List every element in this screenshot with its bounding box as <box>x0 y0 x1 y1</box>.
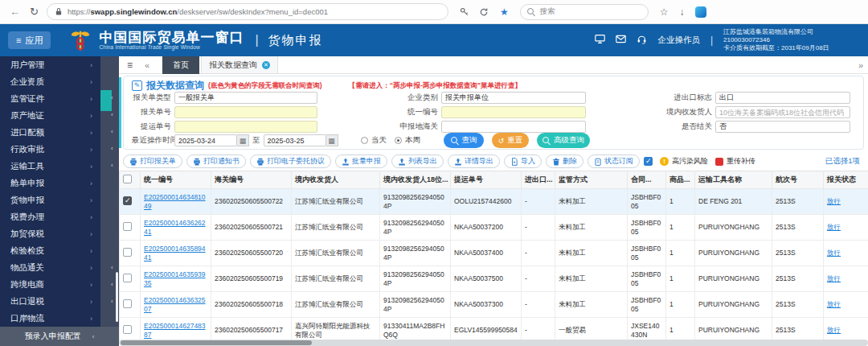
list-export-button[interactable]: 列表导出 <box>391 154 444 168</box>
collapse-chevron-icon[interactable]: ‹ <box>111 128 113 135</box>
status-link[interactable]: 放行 <box>827 223 841 231</box>
status-link[interactable]: 放行 <box>827 197 841 205</box>
status-link[interactable]: 放行 <box>827 300 841 308</box>
row-checkbox[interactable] <box>123 274 132 282</box>
row-checkbox[interactable] <box>123 222 132 231</box>
tab-home[interactable]: 首页 <box>162 56 199 74</box>
import-button[interactable]: 导入 <box>504 154 542 168</box>
download-icon[interactable]: ↓ <box>679 6 684 18</box>
unified-no-link[interactable]: E20250001462748387 <box>144 322 206 339</box>
unified-no-link[interactable]: E20250001463481049 <box>144 193 206 210</box>
collapse-chevron-icon[interactable]: ‹ <box>111 162 113 169</box>
radio-this-week[interactable] <box>395 137 402 144</box>
col-vessel[interactable]: 运输工具名称 <box>695 171 772 189</box>
scrollbar-thumb[interactable] <box>121 340 312 345</box>
browser-search-box[interactable]: 搜索 <box>520 4 649 20</box>
col-ie[interactable]: 进出口... <box>522 171 555 189</box>
row-checkbox[interactable] <box>123 325 132 334</box>
collections-refresh-icon[interactable] <box>479 7 489 17</box>
status-link[interactable]: 放行 <box>827 274 841 282</box>
collapse-chevron-icon[interactable]: ‹ <box>111 145 113 152</box>
reset-button[interactable]: ↺重置 <box>492 133 529 148</box>
sidebar-item-manifest[interactable]: 舱单申报› <box>0 175 100 192</box>
customs-input[interactable] <box>441 121 586 133</box>
sidebar-item-articles[interactable]: 物品通关› <box>0 259 100 276</box>
col-bl-no[interactable]: 提运单号 <box>451 171 522 189</box>
unified-no-input[interactable] <box>441 106 586 118</box>
decl-type-input[interactable] <box>174 92 317 104</box>
batch-declare-button[interactable]: 批量申报 <box>335 154 387 168</box>
tab-customs-data-query[interactable]: 报关数据查询 ✕ <box>201 56 278 74</box>
sidebar-item-crossborder[interactable]: 跨境电商› <box>0 276 100 293</box>
search-button[interactable]: 查询 <box>444 133 484 148</box>
bl-no-input[interactable] <box>174 121 317 133</box>
sidebar-item-approval[interactable]: 行政审批› <box>0 141 100 158</box>
mail-icon[interactable] <box>616 33 626 47</box>
headset-icon[interactable] <box>637 33 647 47</box>
legend-checkbox[interactable] <box>644 157 653 166</box>
print-agreement-button[interactable]: 打印电子委托协议 <box>250 154 331 168</box>
row-checkbox[interactable] <box>123 299 132 308</box>
calendar-icon[interactable]: ▦ <box>237 134 249 146</box>
unified-no-link[interactable]: E20250001463589441 <box>144 245 206 262</box>
enterprise-type-input[interactable] <box>441 92 586 104</box>
tab-menu-icon[interactable]: ≡ <box>127 60 133 71</box>
col-customs-no[interactable]: 海关编号 <box>211 171 292 189</box>
col-commodity[interactable]: 商品... <box>666 171 695 189</box>
tabs-scroll-right-icon[interactable]: » <box>858 60 863 70</box>
col-consignee-18[interactable]: 境内收发货人18位... <box>380 171 451 189</box>
browser-profile-icon[interactable] <box>695 6 706 18</box>
tabs-scroll-left-icon[interactable]: « <box>145 60 149 70</box>
status-link[interactable]: 放行 <box>827 249 841 257</box>
collapse-chevron-icon[interactable]: ‹ <box>111 94 113 101</box>
row-checkbox[interactable] <box>123 196 132 205</box>
unified-no-link[interactable]: E20250001463626241 <box>144 219 206 236</box>
col-voyage[interactable]: 航次号 <box>772 171 824 189</box>
print-notice-button[interactable]: 打印通知书 <box>186 154 246 168</box>
col-unified-no[interactable]: 统一编号 <box>141 171 211 189</box>
tab-close-icon[interactable]: ✕ <box>262 61 270 69</box>
consignee-input[interactable] <box>715 106 850 118</box>
calendar-icon[interactable]: ▦ <box>326 134 338 146</box>
sidebar-item-origin[interactable]: 原产地证› <box>0 107 100 124</box>
col-supervision[interactable]: 监管方式 <box>555 171 628 189</box>
col-status[interactable]: 报关状态 <box>824 171 868 189</box>
sidebar-item-users[interactable]: 用户管理› <box>0 56 100 73</box>
monitor-icon[interactable] <box>595 33 605 47</box>
collapse-chevron-icon[interactable]: ‹ <box>111 298 113 305</box>
status-link[interactable]: 放行 <box>827 326 841 334</box>
sidebar-item-prerecord-config[interactable]: 预录入申报配置‹ <box>0 327 119 346</box>
radio-today[interactable] <box>361 137 368 144</box>
print-declaration-button[interactable]: 打印报关单 <box>123 154 182 168</box>
decl-no-input[interactable] <box>174 106 317 118</box>
unified-no-link[interactable]: E20250001463632507 <box>144 296 206 313</box>
sidebar-item-quota[interactable]: 进口配额› <box>0 124 100 141</box>
row-checkbox[interactable] <box>123 248 132 257</box>
col-contract[interactable]: 合同... <box>628 171 666 189</box>
key-icon[interactable] <box>460 7 469 17</box>
detail-export-button[interactable]: 详情导出 <box>448 154 500 168</box>
browser-refresh-icon[interactable]: ↻ <box>30 6 39 18</box>
collapse-chevron-icon[interactable]: ‹ <box>111 264 113 271</box>
sidebar-item-port-logistics[interactable]: 口岸物流› <box>0 310 100 327</box>
sidebar-item-tax[interactable]: 税费办理› <box>0 208 100 225</box>
sidebar-item-tax-rebate[interactable]: 出口退税› <box>0 293 100 310</box>
favorites-icon[interactable]: ☆ <box>660 6 669 18</box>
browser-back-icon[interactable]: ← <box>10 6 20 18</box>
address-bar[interactable]: https://swapp.singlewindow.cn/deskserver… <box>47 3 448 20</box>
advanced-search-button[interactable]: 高级查询 <box>537 133 590 148</box>
sidebar-item-bonded[interactable]: 加贸保税› <box>0 225 100 242</box>
sidebar-item-inspection[interactable]: 检验检疫› <box>0 242 100 259</box>
unified-no-link[interactable]: E20250001463593935 <box>144 270 206 287</box>
sidebar-item-enterprise[interactable]: 企业资质› <box>0 73 100 90</box>
date-to-input[interactable] <box>264 134 326 146</box>
col-consignee[interactable]: 境内收发货人 <box>292 171 380 189</box>
delete-button[interactable]: 删除 <box>546 154 583 168</box>
apps-menu-button[interactable]: ≡应用 <box>8 31 51 49</box>
select-all-checkbox[interactable] <box>123 175 132 183</box>
bookmark-star-icon[interactable]: ★ <box>500 6 509 18</box>
horizontal-scrollbar[interactable] <box>119 340 868 346</box>
sidebar-item-transport[interactable]: 运输工具› <box>0 158 100 175</box>
collapse-chevron-icon[interactable]: ‹ <box>111 281 113 288</box>
sidebar-item-cargo-declaration[interactable]: 货物申报› <box>0 192 100 208</box>
